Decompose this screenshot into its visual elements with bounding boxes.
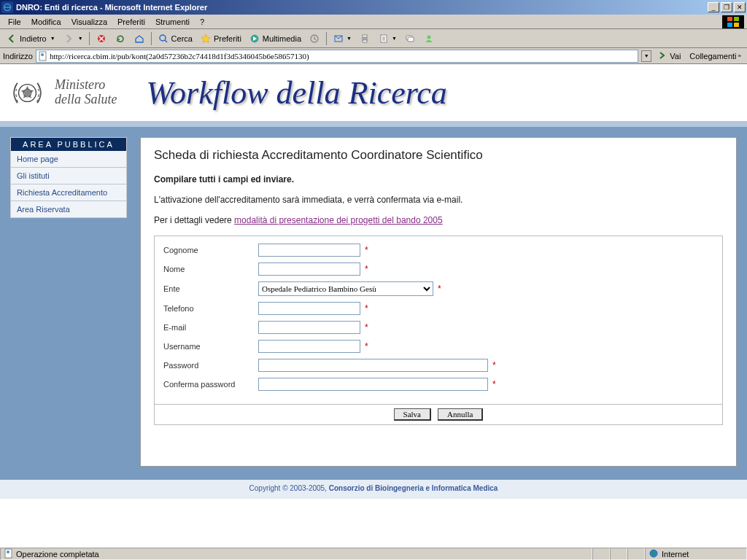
label-password: Password [163,361,258,370]
input-nome[interactable] [258,262,360,276]
toolbar: Indietro ▼ ▼ Cerca Preferiti Multimedia … [0,29,747,48]
edit-button[interactable]: ▼ [375,31,400,46]
menu-visualizza[interactable]: Visualizza [66,16,112,28]
form-panel: Scheda di richiesta Accreditamento Coord… [140,137,737,467]
svg-rect-11 [363,35,367,37]
footer: Copyright © 2003-2005, Consorzio di Bioi… [0,480,747,499]
svg-rect-15 [408,37,414,42]
links-chevron-icon: » [738,52,741,59]
refresh-button[interactable] [112,31,129,46]
history-button[interactable] [306,31,323,46]
status-text: Operazione completata [16,550,99,559]
required-mark: * [365,303,368,314]
forward-button[interactable]: ▼ [60,31,86,46]
search-label: Cerca [171,34,193,43]
home-icon [133,33,145,44]
menu-strumenti[interactable]: Strumenti [150,16,195,28]
label-telefono: Telefono [163,304,258,313]
details-prefix: Per i dettagli vedere [154,215,234,225]
zone-label: Internet [662,550,689,559]
menu-preferiti[interactable]: Preferiti [112,16,150,28]
multimedia-button[interactable]: Multimedia [246,31,304,46]
print-button[interactable] [356,31,374,46]
address-input-wrapper[interactable] [36,50,638,63]
details-text: Per i dettagli vedere modalità di presen… [154,215,723,225]
forward-arrow-icon [63,33,74,44]
maximize-button[interactable]: ❐ [721,2,732,12]
links-button[interactable]: Collegamenti » [686,51,744,61]
links-label: Collegamenti [689,52,736,61]
svg-rect-4 [734,23,739,27]
sidebar-item-home[interactable]: Home page [11,151,126,168]
minimize-button[interactable]: _ [708,2,719,12]
address-dropdown[interactable]: ▼ [641,50,651,62]
input-password[interactable] [258,359,488,372]
windows-logo-icon [722,15,744,28]
required-mark: * [365,245,368,255]
go-button[interactable]: Vai [654,50,684,63]
menu-help[interactable]: ? [195,16,209,28]
select-ente[interactable]: Ospedale Pediatrico Bambino Gesù [258,281,433,296]
menu-file[interactable]: File [3,16,26,28]
input-cognome[interactable] [258,244,360,257]
edit-dropdown-icon: ▼ [392,36,397,41]
input-username[interactable] [258,340,360,353]
go-arrow-icon [657,50,667,62]
discussion-button[interactable] [401,31,419,46]
sidebar-item-area-riservata[interactable]: Area Riservata [11,201,126,217]
menu-modifica[interactable]: Modifica [26,16,66,28]
ministero-text: Ministero della Salute [55,78,117,107]
close-button[interactable]: ✕ [734,2,746,12]
svg-point-16 [427,35,430,39]
print-icon [359,33,371,44]
messenger-button[interactable] [420,31,438,46]
sidebar: AREA PUBBLICA Home page Gli istituti Ric… [10,137,127,218]
row-telefono: Telefono * [163,302,713,315]
svg-rect-2 [734,17,739,21]
search-button[interactable]: Cerca [155,31,196,46]
sidebar-item-richiesta[interactable]: Richiesta Accreditamento [11,184,126,201]
toolbar-separator [151,32,152,45]
workflow-title: Workflow della Ricerca [146,74,446,112]
statusbar: Operazione completata Internet [0,547,747,560]
home-button[interactable] [131,31,148,46]
back-arrow-icon [6,33,18,44]
menubar: File Modifica Visualizza Preferiti Strum… [0,15,747,29]
input-email[interactable] [258,321,360,334]
address-input[interactable] [50,52,636,61]
page-banner: Ministero della Salute Workflow della Ri… [0,64,747,121]
required-mark: * [438,284,441,294]
stop-button[interactable] [93,31,110,46]
mail-icon [333,33,344,44]
cancel-button[interactable]: Annulla [438,408,483,421]
edit-icon [378,33,390,44]
back-button[interactable]: Indietro ▼ [3,31,58,46]
row-email: E-mail * [163,321,713,334]
input-conferma-password[interactable] [258,378,488,391]
addressbar: Indirizzo ▼ Vai Collegamenti » [0,48,747,64]
stop-icon [96,33,107,44]
svg-point-18 [41,53,44,56]
details-link[interactable]: modalità di presentazione dei progetti d… [234,215,443,225]
toolbar-separator [89,32,90,45]
favorites-icon [200,33,212,44]
save-button[interactable]: Salva [394,408,431,421]
svg-rect-3 [727,23,732,27]
svg-point-22 [7,551,9,553]
svg-point-6 [160,35,166,41]
status-text-cell: Operazione completata [0,548,592,560]
status-zone: Internet [645,548,747,560]
required-mark: * [365,341,368,351]
history-icon [309,33,320,44]
multimedia-icon [249,33,260,44]
mail-button[interactable]: ▼ [330,31,355,46]
input-telefono[interactable] [258,302,360,315]
svg-rect-12 [363,40,367,42]
favorites-button[interactable]: Preferiti [197,31,244,46]
discussion-icon [404,33,416,44]
sidebar-item-istituti[interactable]: Gli istituti [11,168,126,184]
label-ente: Ente [163,284,258,293]
required-mark: * [492,360,496,370]
copyright-prefix: Copyright © 2003-2005, [249,484,329,492]
back-dropdown-icon: ▼ [50,36,55,41]
